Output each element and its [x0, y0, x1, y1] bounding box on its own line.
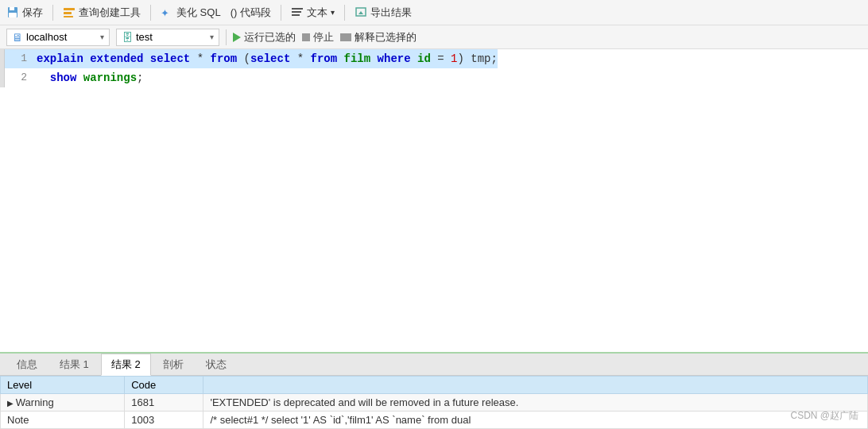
explain-icon	[340, 33, 351, 41]
svg-text:✦: ✦	[161, 7, 169, 19]
editor-line-content-2: 2 show warnings;	[5, 68, 143, 87]
database-dropdown-icon: ▾	[210, 33, 214, 41]
stop-label: 停止	[313, 30, 334, 44]
explain-label: 解释已选择的	[355, 30, 417, 44]
svg-rect-1	[10, 7, 14, 10]
export-label: 导出结果	[370, 6, 412, 20]
run-selected-button[interactable]: 运行已选的	[233, 30, 296, 44]
separator-2	[150, 5, 151, 21]
separator-4	[344, 5, 345, 21]
query-builder-button[interactable]: 查询创建工具	[63, 6, 141, 20]
conn-separator	[226, 29, 227, 45]
row-1-message: 'EXTENDED' is deprecated and will be rem…	[203, 394, 868, 412]
database-value: test	[136, 31, 207, 43]
code-snippet-button[interactable]: () 代码段	[231, 6, 271, 20]
col-header-level: Level	[1, 377, 125, 394]
host-icon: 🖥	[12, 31, 23, 44]
results-table: Level Code ▶ Warning 1681 'EXTENDED' is …	[0, 376, 868, 429]
host-value: localhost	[26, 31, 97, 43]
row-2-message: /* select#1 */ select '1' AS `id`,'film1…	[203, 412, 868, 429]
tab-status-label: 状态	[206, 358, 227, 370]
editor-line-2: 2 show warnings;	[0, 68, 868, 87]
stop-icon	[302, 33, 310, 41]
app-container: 保存 查询创建工具 ✦ 美化 SQL () 代码段 文本 ▾	[0, 0, 868, 429]
tab-info[interactable]: 信息	[6, 354, 48, 376]
tab-profiling[interactable]: 剖析	[153, 354, 194, 376]
text-dropdown-icon: ▾	[331, 8, 335, 17]
row-2-level: Note	[1, 412, 125, 429]
export-button[interactable]: 导出结果	[355, 6, 412, 20]
tab-result-2-label: 结果 2	[111, 358, 141, 370]
svg-rect-5	[64, 16, 73, 17]
watermark: CSDN @赵广陆	[790, 409, 858, 423]
tab-profiling-label: 剖析	[163, 358, 184, 370]
row-1-arrow: ▶	[7, 399, 16, 408]
svg-rect-8	[292, 11, 301, 13]
beautify-button[interactable]: ✦ 美化 SQL	[161, 6, 221, 20]
row-1-arrow-level: ▶ Warning	[1, 394, 125, 412]
svg-rect-3	[64, 8, 75, 10]
text-button[interactable]: 文本 ▾	[291, 6, 335, 20]
save-label: 保存	[22, 6, 43, 20]
table-header-row: Level Code	[1, 377, 868, 394]
save-button[interactable]: 保存	[6, 6, 43, 20]
bottom-panel: 信息 结果 1 结果 2 剖析 状态 Level	[0, 352, 868, 429]
host-select[interactable]: 🖥 localhost ▾	[6, 29, 110, 46]
explain-button[interactable]: 解释已选择的	[340, 30, 417, 44]
row-1-code: 1681	[125, 394, 203, 412]
database-select[interactable]: 🗄 test ▾	[116, 29, 219, 46]
connection-bar: 🖥 localhost ▾ 🗄 test ▾ 运行已选的 停止 解释已选择的	[0, 25, 868, 49]
stop-button[interactable]: 停止	[302, 30, 334, 44]
beautify-label: 美化 SQL	[176, 6, 221, 20]
tab-result-1[interactable]: 结果 1	[49, 354, 99, 376]
results-scroll[interactable]: Level Code ▶ Warning 1681 'EXTENDED' is …	[0, 376, 868, 429]
host-dropdown-icon: ▾	[100, 33, 104, 41]
separator-1	[52, 5, 53, 21]
svg-rect-9	[292, 14, 300, 16]
col-header-code: Code	[125, 377, 203, 394]
editor-line-1: 1 explain extended select * from (select…	[0, 49, 868, 68]
code-snippet-label: () 代码段	[231, 6, 271, 20]
run-selected-label: 运行已选的	[244, 30, 296, 44]
toolbar: 保存 查询创建工具 ✦ 美化 SQL () 代码段 文本 ▾	[0, 0, 868, 25]
editor-section: 1 explain extended select * from (select…	[0, 49, 868, 352]
export-icon	[355, 6, 367, 19]
editor-area[interactable]: 1 explain extended select * from (select…	[0, 49, 868, 352]
query-builder-icon	[63, 6, 76, 19]
run-icon	[233, 33, 241, 42]
tab-result-2[interactable]: 结果 2	[101, 354, 151, 376]
line-text-2[interactable]: show warnings;	[37, 68, 143, 87]
bottom-tabs: 信息 结果 1 结果 2 剖析 状态	[0, 354, 868, 376]
table-row: ▶ Warning 1681 'EXTENDED' is deprecated …	[1, 394, 868, 412]
database-icon: 🗄	[122, 31, 133, 44]
svg-marker-11	[358, 11, 363, 14]
line-number-2: 2	[5, 68, 37, 87]
table-row: Note 1003 /* select#1 */ select '1' AS `…	[1, 412, 868, 429]
separator-3	[281, 5, 281, 21]
text-icon	[291, 6, 304, 19]
results-content: Level Code ▶ Warning 1681 'EXTENDED' is …	[0, 376, 868, 429]
save-icon	[6, 6, 19, 19]
svg-rect-4	[64, 12, 72, 14]
beautify-icon: ✦	[161, 6, 173, 19]
text-label: 文本	[307, 6, 327, 20]
tab-result-1-label: 结果 1	[60, 358, 89, 370]
svg-rect-2	[9, 13, 17, 17]
editor-line-content-1: 1 explain extended select * from (select…	[5, 49, 498, 68]
line-number-1: 1	[5, 49, 37, 68]
row-2-code: 1003	[125, 412, 203, 429]
svg-rect-7	[292, 8, 303, 10]
tab-info-label: 信息	[17, 358, 37, 370]
tab-status[interactable]: 状态	[196, 354, 237, 376]
line-text-1[interactable]: explain extended select * from (select *…	[37, 49, 498, 68]
col-header-message	[203, 377, 868, 394]
query-builder-label: 查询创建工具	[79, 6, 141, 20]
